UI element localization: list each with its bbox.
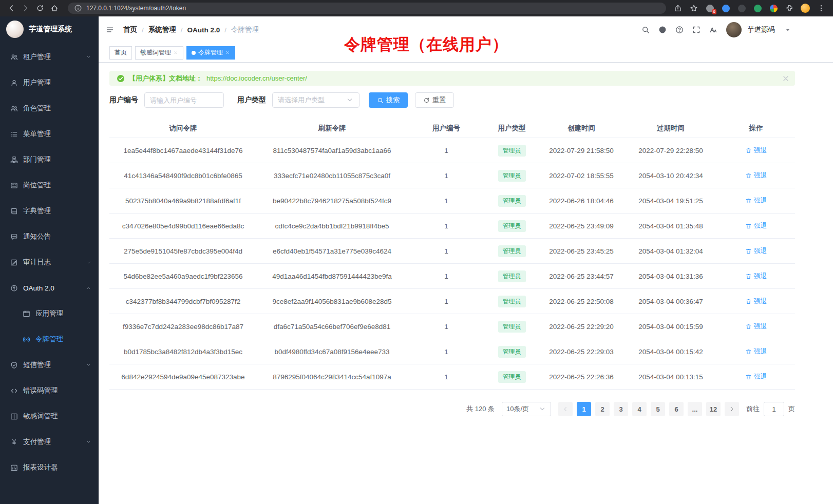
force-logout-button[interactable]: 强退: [745, 272, 767, 281]
extensions-puzzle-icon[interactable]: [785, 4, 794, 13]
collapse-sidebar-icon[interactable]: [106, 26, 114, 34]
select-chevron-icon: [346, 96, 354, 104]
page-button-2[interactable]: 2: [595, 402, 610, 416]
reset-button[interactable]: 重置: [415, 92, 454, 108]
search-button[interactable]: 搜索: [369, 92, 408, 108]
extension-blue-icon[interactable]: [721, 4, 730, 13]
sidebar-item-notice[interactable]: 通知公告: [0, 224, 99, 249]
col-access-token: 访问令牌: [109, 119, 257, 138]
sidebar-menu: 租户管理用户管理角色管理菜单管理部门管理岗位管理字典管理通知公告审计日志OAut…: [0, 42, 99, 504]
page-button-4[interactable]: 4: [632, 402, 647, 416]
user-id-cell: 1: [407, 314, 485, 339]
user-avatar[interactable]: [726, 22, 742, 37]
tab-close-icon[interactable]: [174, 50, 178, 55]
user-type-select[interactable]: 请选择用户类型: [272, 92, 359, 108]
extension-green-icon[interactable]: [753, 4, 762, 13]
sidebar-item-post[interactable]: 岗位管理: [0, 172, 99, 198]
share-icon[interactable]: [673, 4, 683, 13]
tab-home[interactable]: 首页: [109, 46, 132, 60]
created-time-cell: 2022-06-25 22:29:20: [538, 314, 624, 339]
sidebar-item-pay[interactable]: 支付管理: [0, 429, 99, 455]
header-search-icon[interactable]: [641, 26, 650, 34]
force-logout-button[interactable]: 强退: [745, 297, 767, 306]
sidebar-item-tenant[interactable]: 租户管理: [0, 44, 99, 70]
force-logout-button[interactable]: 强退: [745, 246, 767, 256]
sidebar-item-report-designer[interactable]: 报表设计器: [0, 455, 99, 480]
page-button-5[interactable]: 5: [651, 402, 665, 416]
page-button-12[interactable]: 12: [706, 402, 721, 416]
access-token-cell: b0d1785bc3a8482f812db4a3f3bd15ec: [109, 339, 257, 364]
font-size-icon[interactable]: [709, 26, 717, 34]
next-page-button[interactable]: [725, 402, 739, 416]
created-time-cell: 2022-06-25 23:49:09: [538, 214, 624, 238]
tab-sensitive-word[interactable]: 敏感词管理: [135, 46, 183, 60]
force-logout-button[interactable]: 强退: [745, 322, 767, 331]
doc-link[interactable]: https://doc.iocoder.cn/user-center/: [206, 74, 307, 82]
tab-close-icon[interactable]: [225, 50, 230, 55]
page-button-6[interactable]: 6: [669, 402, 684, 416]
breadcrumb-item[interactable]: OAuth 2.0: [187, 26, 220, 34]
trash-icon: [745, 374, 752, 380]
force-logout-button[interactable]: 强退: [745, 221, 767, 230]
chevron-down-icon: [86, 439, 91, 445]
main-area: 首页/系统管理/OAuth 2.0/令牌管理 芋道源码 首页敏感词管理令牌管理 …: [99, 16, 833, 504]
sidebar-item-oauth2-token[interactable]: 令牌管理: [0, 326, 99, 352]
table-row: 54d6be82ee5a460a9aedc1f9bf22365649d1aa46…: [109, 264, 795, 289]
goto-label: 前往: [746, 404, 760, 414]
sidebar-item-dict[interactable]: 字典管理: [0, 198, 99, 224]
extension-badged-icon[interactable]: 6: [705, 4, 714, 13]
sidebar-item-menu[interactable]: 菜单管理: [0, 121, 99, 147]
force-logout-button[interactable]: 强退: [745, 372, 767, 381]
breadcrumb-item[interactable]: 系统管理: [148, 25, 176, 34]
force-logout-button[interactable]: 强退: [745, 196, 767, 205]
breadcrumb-item[interactable]: 首页: [123, 25, 137, 34]
user-id-input[interactable]: [144, 92, 224, 108]
github-icon[interactable]: [658, 26, 667, 34]
help-icon[interactable]: [675, 26, 684, 34]
prev-page-button[interactable]: [558, 402, 573, 416]
force-logout-button[interactable]: 强退: [745, 347, 767, 356]
sidebar-item-oauth2-app[interactable]: 应用管理: [0, 301, 99, 326]
breadcrumb-separator: /: [224, 26, 226, 34]
browser-menu-kebab-icon[interactable]: [817, 4, 826, 13]
site-info-icon[interactable]: [74, 4, 82, 12]
tab-token[interactable]: 令牌管理: [186, 46, 235, 60]
app-logo[interactable]: 芋道管理系统: [0, 16, 99, 42]
oauth2-app-icon: [23, 310, 30, 318]
sidebar-item-role[interactable]: 角色管理: [0, 95, 99, 121]
trash-icon: [745, 147, 752, 154]
sidebar-item-sensitive-word[interactable]: 敏感词管理: [0, 403, 99, 429]
user-icon: [10, 79, 18, 87]
table-row: 502375b8040a469a9b82188afdf6af1fbe90422b…: [109, 188, 795, 214]
fullscreen-icon[interactable]: [692, 26, 701, 34]
sidebar-item-user[interactable]: 用户管理: [0, 70, 99, 95]
expire-time-cell: 2054-03-04 00:15:42: [624, 339, 717, 364]
browser-profile-avatar[interactable]: [801, 4, 810, 13]
sidebar-item-sms[interactable]: 短信管理: [0, 352, 99, 378]
alert-close-icon[interactable]: [782, 74, 790, 83]
address-bar[interactable]: 127.0.0.1:1024/system/oauth2/token: [68, 3, 666, 14]
user-type-badge: 管理员: [498, 195, 526, 207]
page-button-3[interactable]: 3: [614, 402, 628, 416]
goto-page-input[interactable]: [764, 402, 784, 416]
browser-reload-icon[interactable]: [34, 2, 46, 14]
extension-dark-icon[interactable]: [737, 4, 746, 13]
sidebar-item-audit-log[interactable]: 审计日志: [0, 249, 99, 275]
table-body: 1ea5e44f8bc1467aaede43144f31de76811c5304…: [109, 138, 795, 390]
force-logout-button[interactable]: 强退: [745, 146, 767, 155]
page-button-1[interactable]: 1: [577, 402, 591, 416]
chevron-up-icon: [86, 285, 91, 291]
user-menu-caret-icon[interactable]: [784, 26, 792, 34]
force-logout-button[interactable]: 强退: [745, 171, 767, 180]
sidebar-item-dept[interactable]: 部门管理: [0, 147, 99, 172]
browser-home-icon[interactable]: [48, 2, 61, 14]
sidebar-item-oauth2[interactable]: OAuth 2.0: [0, 275, 99, 301]
page-size-select[interactable]: 10条/页: [502, 402, 551, 416]
active-tab-dot: [192, 51, 196, 55]
bookmark-star-icon[interactable]: [689, 4, 698, 13]
browser-back-icon[interactable]: [5, 2, 17, 14]
sidebar-item-error-code[interactable]: 错误码管理: [0, 378, 99, 403]
extension-pinwheel-icon[interactable]: [769, 4, 778, 13]
browser-forward-icon[interactable]: [20, 2, 32, 14]
page-ellipsis[interactable]: ...: [688, 402, 702, 416]
